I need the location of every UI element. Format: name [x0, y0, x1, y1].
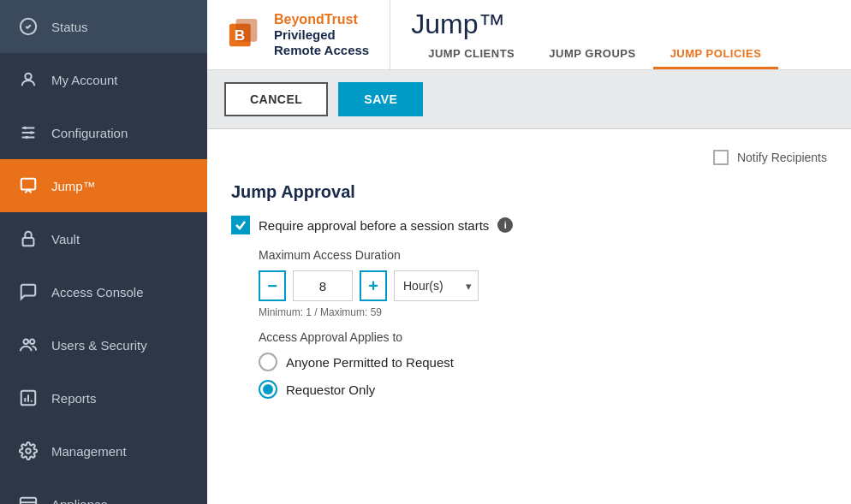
main-content: B BeyondTrust Privileged Remote Access J… [207, 0, 851, 504]
sidebar-item-label-users-security: Users & Security [51, 338, 147, 353]
sidebar-item-label-configuration: Configuration [51, 126, 128, 140]
svg-point-11 [30, 340, 35, 345]
svg-point-1 [25, 74, 31, 80]
svg-point-6 [30, 131, 33, 134]
stepper-decrement[interactable]: − [259, 270, 286, 301]
radio-anyone[interactable] [259, 353, 277, 371]
svg-text:B: B [235, 26, 245, 43]
sidebar-item-access-console[interactable]: Access Console [0, 265, 207, 318]
sidebar-item-label-reports: Reports [51, 391, 97, 406]
notify-recipients-checkbox[interactable] [713, 150, 729, 165]
min-max-text: Minimum: 1 / Maximum: 59 [259, 306, 827, 318]
lock-icon [17, 228, 39, 250]
sidebar-item-appliance[interactable]: Appliance [0, 477, 207, 504]
svg-point-7 [25, 136, 28, 139]
logo-area: B BeyondTrust Privileged Remote Access [207, 0, 390, 69]
stepper-row: − + Hour(s) Minute(s) Day(s) [259, 270, 827, 301]
sidebar-item-label-status: Status [51, 20, 88, 34]
svg-point-5 [24, 127, 27, 130]
unit-select-wrapper: Hour(s) Minute(s) Day(s) [394, 270, 479, 301]
sidebar-item-label-my-account: My Account [51, 73, 118, 87]
header: B BeyondTrust Privileged Remote Access J… [207, 0, 851, 70]
sidebar-item-configuration[interactable]: Configuration [0, 106, 207, 159]
radio-row-anyone: Anyone Permitted to Request [259, 353, 827, 371]
logo-brand: BeyondTrust [274, 12, 369, 27]
logo-sub-line1: Privileged [274, 27, 369, 43]
sidebar-item-status[interactable]: Status [0, 0, 207, 53]
stepper-input[interactable] [293, 270, 353, 301]
radio-requestor[interactable] [259, 380, 277, 399]
require-approval-row: Require approval before a session starts… [231, 216, 827, 234]
content-area: Notify Recipients Jump Approval Require … [207, 129, 851, 504]
sidebar-item-label-vault: Vault [51, 232, 80, 246]
sidebar-item-reports[interactable]: Reports [0, 371, 207, 424]
sidebar: Status My Account Configuration Jump™ Va… [0, 0, 207, 504]
sidebar-item-jump[interactable]: Jump™ [0, 159, 207, 212]
radio-row-requestor: Requestor Only [259, 380, 827, 399]
tab-jump-groups[interactable]: JUMP GROUPS [532, 40, 652, 69]
svg-rect-9 [23, 238, 34, 246]
svg-point-10 [24, 340, 29, 345]
sidebar-item-label-access-console: Access Console [51, 285, 144, 299]
section-title: Jump Approval [231, 182, 827, 202]
page-title: Jump™ [411, 0, 851, 40]
title-tabs: Jump™ JUMP CLIENTS JUMP GROUPS JUMP POLI… [390, 0, 851, 69]
chat-icon [17, 281, 39, 303]
svg-point-16 [26, 448, 31, 454]
appliance-icon [17, 493, 39, 504]
radio-label-requestor: Requestor Only [286, 382, 375, 397]
sidebar-item-vault[interactable]: Vault [0, 212, 207, 265]
max-duration-label: Maximum Access Duration [259, 248, 827, 262]
radio-requestor-inner [263, 384, 273, 394]
stepper-increment[interactable]: + [360, 270, 387, 301]
sidebar-item-my-account[interactable]: My Account [0, 53, 207, 106]
beyondtrust-logo: B [228, 17, 264, 53]
reports-icon [17, 387, 39, 409]
tab-jump-policies[interactable]: JUMP POLICIES [653, 40, 779, 69]
sidebar-item-management[interactable]: Management [0, 424, 207, 477]
sidebar-item-label-management: Management [51, 444, 127, 459]
radio-label-anyone: Anyone Permitted to Request [286, 355, 454, 370]
sidebar-item-users-security[interactable]: Users & Security [0, 318, 207, 371]
sidebar-item-label-jump: Jump™ [51, 179, 96, 193]
tab-jump-clients[interactable]: JUMP CLIENTS [411, 40, 532, 69]
sidebar-item-label-appliance: Appliance [51, 497, 108, 505]
jump-icon [17, 175, 39, 197]
save-button[interactable]: SAVE [338, 82, 423, 116]
require-approval-label: Require approval before a session starts [259, 218, 489, 233]
svg-rect-8 [21, 179, 36, 190]
logo-sub-line2: Remote Access [274, 43, 369, 58]
tabs-bar: JUMP CLIENTS JUMP GROUPS JUMP POLICIES [411, 40, 851, 69]
notify-row: Notify Recipients [231, 150, 827, 165]
user-icon [17, 68, 39, 91]
group-icon [17, 334, 39, 356]
toolbar: CANCEL SAVE [207, 70, 851, 129]
require-approval-checkbox[interactable] [231, 216, 250, 234]
applies-label: Access Approval Applies to [259, 330, 827, 344]
gear-icon [17, 440, 39, 462]
sliders-icon [17, 122, 39, 144]
logo-text: BeyondTrust Privileged Remote Access [274, 12, 369, 58]
unit-select[interactable]: Hour(s) Minute(s) Day(s) [394, 270, 479, 301]
sub-section: Maximum Access Duration − + Hour(s) Minu… [259, 248, 827, 399]
notify-recipients-label: Notify Recipients [737, 151, 827, 164]
info-icon[interactable]: i [497, 217, 513, 233]
cancel-button[interactable]: CANCEL [224, 82, 328, 116]
check-circle-icon [17, 15, 39, 38]
jump-approval-section: Jump Approval Require approval before a … [231, 182, 827, 399]
